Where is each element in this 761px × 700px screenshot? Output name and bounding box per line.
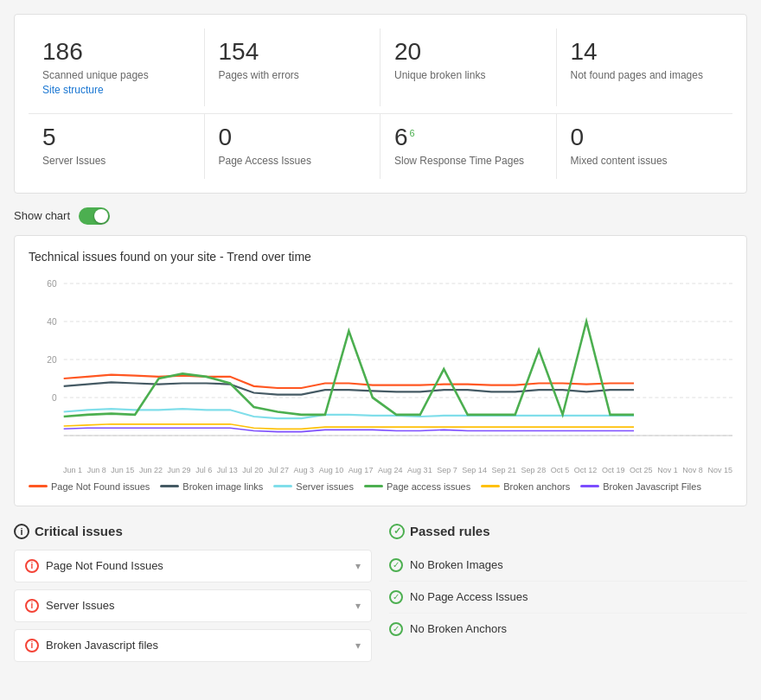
svg-text:0: 0 (52, 392, 57, 403)
x-axis-labels: Jun 1 Jun 8 Jun 15 Jun 22 Jun 29 Jul 6 J… (29, 464, 732, 474)
legend-label: Broken Javascript Files (603, 481, 701, 492)
chevron-down-icon: ▾ (355, 640, 361, 652)
legend-item: Broken anchors (481, 481, 570, 492)
passed-label: No Page Access Issues (410, 590, 528, 603)
stats-card: 186 Scanned unique pages Site structure … (14, 14, 747, 194)
chart-title: Technical issues found on your site - Tr… (29, 250, 732, 264)
critical-issues-title: i Critical issues (14, 524, 372, 539)
legend-item: Broken image links (160, 481, 263, 492)
stat-number: 20 (394, 39, 542, 66)
legend-item: Page Not Found issues (29, 481, 150, 492)
passed-rules-section: ✓ Passed rules ✓ No Broken Images ✓ No P… (389, 524, 747, 669)
issue-item[interactable]: i Page Not Found Issues ▾ (14, 550, 372, 582)
stats-row-1: 186 Scanned unique pages Site structure … (29, 29, 732, 106)
chevron-down-icon: ▾ (355, 560, 361, 572)
issue-label: Server Issues (46, 599, 114, 612)
legend-label: Page access issues (387, 481, 470, 492)
passed-icon: ✓ (389, 622, 403, 636)
svg-text:20: 20 (47, 354, 56, 365)
critical-issues-section: i Critical issues i Page Not Found Issue… (14, 524, 372, 669)
svg-text:40: 40 (47, 316, 56, 327)
stat-label: Mixed content issues (571, 155, 719, 169)
stat-item: 14 Not found pages and images (557, 29, 733, 106)
passed-rules-list: ✓ No Broken Images ✓ No Page Access Issu… (389, 550, 747, 645)
stat-number: 0 (219, 124, 367, 151)
svg-text:60: 60 (47, 278, 56, 289)
passed-label: No Broken Images (410, 558, 503, 571)
stat-item: 186 Scanned unique pages Site structure (29, 29, 205, 106)
legend-label: Server issues (296, 481, 354, 492)
issue-icon: i (25, 639, 39, 652)
legend-color (481, 485, 500, 487)
passed-check-icon: ✓ (389, 524, 405, 539)
stat-item: 20 Unique broken links (380, 29, 557, 106)
legend-label: Broken anchors (503, 481, 570, 492)
legend-color (273, 485, 292, 487)
legend-color (160, 485, 179, 487)
stat-label: Slow Response Time Pages (394, 155, 542, 169)
passed-label: No Broken Anchors (410, 622, 507, 635)
stat-item: 66 Slow Response Time Pages (380, 114, 557, 178)
stat-sup: 6 (410, 128, 415, 138)
legend-label: Page Not Found issues (51, 481, 150, 492)
legend-color (29, 485, 48, 487)
chart-card: Technical issues found on your site - Tr… (14, 235, 747, 506)
chart-area: 60 40 20 0 (29, 274, 732, 464)
stat-label: Not found pages and images (571, 69, 719, 83)
show-chart-toggle[interactable] (79, 207, 110, 225)
legend-color (364, 485, 383, 487)
stat-label: Scanned unique pages (42, 69, 190, 83)
legend-item: Broken Javascript Files (580, 481, 701, 492)
issue-icon: i (25, 599, 39, 613)
issue-label: Page Not Found Issues (46, 559, 163, 572)
passed-item: ✓ No Broken Anchors (389, 614, 747, 645)
issue-item[interactable]: i Server Issues ▾ (14, 589, 372, 622)
stat-number: 186 (42, 39, 190, 66)
legend-item: Page access issues (364, 481, 470, 492)
stats-row-2: 5 Server Issues 0 Page Access Issues 66 … (29, 113, 732, 178)
bottom-section: i Critical issues i Page Not Found Issue… (14, 524, 747, 669)
passed-icon: ✓ (389, 590, 403, 604)
legend-item: Server issues (273, 481, 354, 492)
stat-item: 0 Page Access Issues (205, 114, 381, 178)
stat-number: 14 (571, 39, 719, 66)
legend-color (580, 485, 599, 487)
show-chart-row: Show chart (14, 207, 747, 225)
stat-label: Server Issues (42, 155, 190, 169)
show-chart-label: Show chart (14, 209, 70, 222)
stat-number: 154 (219, 39, 367, 66)
stat-number: 66 (394, 124, 542, 151)
stat-number: 0 (571, 124, 719, 151)
stat-label: Page Access Issues (219, 155, 367, 169)
stat-link[interactable]: Site structure (42, 84, 190, 96)
issue-item[interactable]: i Broken Javascript files ▾ (14, 629, 372, 662)
critical-issues-list: i Page Not Found Issues ▾ i Server Issue… (14, 550, 372, 662)
stat-label: Pages with errors (219, 69, 367, 83)
passed-icon: ✓ (389, 558, 403, 572)
critical-icon: i (14, 524, 29, 539)
issue-label: Broken Javascript files (46, 639, 158, 652)
issue-icon: i (25, 559, 39, 573)
stat-item: 0 Mixed content issues (557, 114, 733, 178)
passed-item: ✓ No Broken Images (389, 550, 747, 582)
stat-label: Unique broken links (394, 69, 542, 83)
stat-item: 5 Server Issues (29, 114, 205, 178)
chart-legend: Page Not Found issues Broken image links… (29, 481, 732, 492)
stat-item: 154 Pages with errors (205, 29, 381, 106)
passed-rules-title: ✓ Passed rules (389, 524, 747, 539)
stat-number: 5 (42, 124, 190, 151)
chart-svg: 60 40 20 0 (29, 274, 732, 464)
chevron-down-icon: ▾ (355, 600, 361, 612)
legend-label: Broken image links (182, 481, 263, 492)
main-container: 186 Scanned unique pages Site structure … (14, 14, 747, 669)
passed-item: ✓ No Page Access Issues (389, 582, 747, 614)
